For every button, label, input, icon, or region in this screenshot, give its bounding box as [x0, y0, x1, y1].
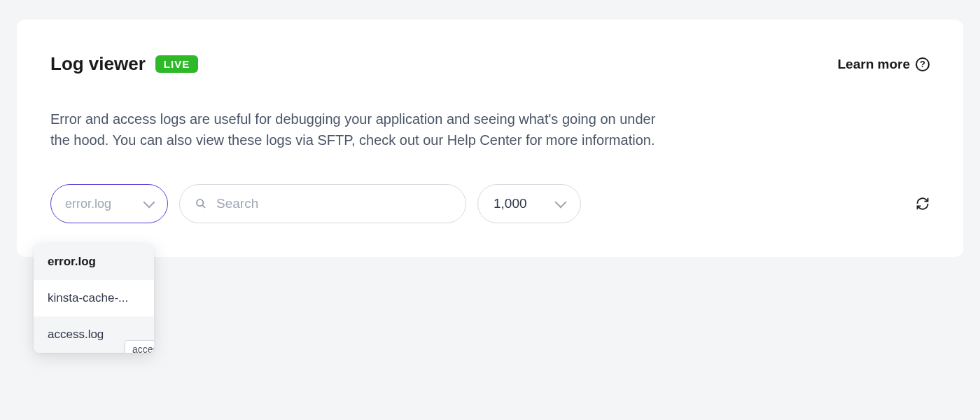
tooltip: access.log	[125, 340, 154, 353]
search-icon	[195, 198, 206, 209]
description-text: Error and access logs are useful for deb…	[50, 108, 666, 150]
svg-line-1	[202, 205, 205, 208]
dropdown-option-kinsta-cache[interactable]: kinsta-cache-...	[34, 280, 154, 316]
page-title: Log viewer	[50, 53, 146, 75]
controls-row: error.log 1,000	[50, 184, 930, 223]
dropdown-option-access-log[interactable]: access.log access.log	[34, 316, 154, 353]
title-wrap: Log viewer LIVE	[50, 53, 198, 75]
dropdown-option-error-log[interactable]: error.log	[34, 244, 154, 280]
refresh-button[interactable]	[916, 197, 930, 211]
live-badge: LIVE	[155, 55, 198, 73]
line-count-value: 1,000	[493, 196, 527, 211]
log-file-select-value: error.log	[65, 197, 111, 211]
chevron-down-icon	[144, 197, 155, 209]
log-viewer-card: Log viewer LIVE Learn more ? Error and a…	[17, 20, 963, 257]
chevron-down-icon	[555, 197, 567, 209]
learn-more-label: Learn more	[838, 57, 910, 72]
svg-point-0	[197, 200, 203, 206]
log-file-select[interactable]: error.log	[50, 184, 168, 223]
header-row: Log viewer LIVE Learn more ?	[50, 53, 930, 75]
help-icon: ?	[916, 57, 930, 71]
search-input[interactable]	[216, 196, 450, 211]
line-count-select[interactable]: 1,000	[477, 184, 581, 223]
refresh-icon	[916, 197, 930, 211]
search-field-wrap	[179, 184, 466, 223]
log-file-dropdown-menu: error.log kinsta-cache-... access.log ac…	[34, 244, 154, 353]
learn-more-link[interactable]: Learn more ?	[838, 57, 930, 72]
